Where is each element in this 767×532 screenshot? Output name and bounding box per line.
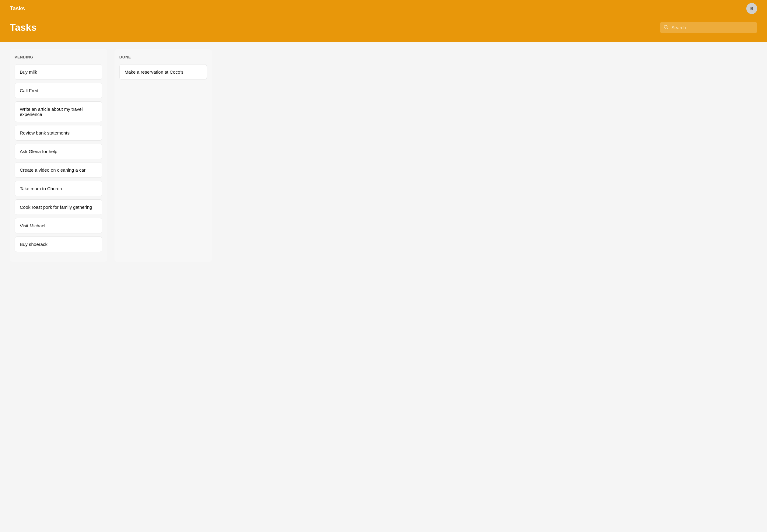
task-card[interactable]: Ask Glena for help <box>15 144 102 159</box>
task-card[interactable]: Buy shoerack <box>15 236 102 252</box>
app-title: Tasks <box>10 5 25 12</box>
main-content: PENDINGBuy milkCall FredWrite an article… <box>0 42 767 269</box>
task-card[interactable]: Take mum to Church <box>15 181 102 196</box>
top-bar: Tasks B <box>0 0 767 17</box>
task-card[interactable]: Create a video on cleaning a car <box>15 162 102 178</box>
task-card[interactable]: Write an article about my travel experie… <box>15 101 102 122</box>
sub-header: Tasks <box>0 17 767 42</box>
search-input[interactable] <box>660 22 757 33</box>
page-title: Tasks <box>10 22 37 33</box>
column-header-done: DONE <box>119 55 207 59</box>
task-card[interactable]: Call Fred <box>15 83 102 98</box>
task-card[interactable]: Review bank statements <box>15 125 102 141</box>
column-pending: PENDINGBuy milkCall FredWrite an article… <box>10 49 107 262</box>
task-card[interactable]: Buy milk <box>15 64 102 80</box>
avatar[interactable]: B <box>746 3 757 14</box>
task-card[interactable]: Cook roast pork for family gathering <box>15 199 102 215</box>
search-container <box>660 22 757 33</box>
task-card[interactable]: Make a reservation at Coco's <box>119 64 207 80</box>
task-card[interactable]: Visit Michael <box>15 218 102 233</box>
column-done: DONEMake a reservation at Coco's <box>114 49 212 262</box>
column-header-pending: PENDING <box>15 55 102 59</box>
